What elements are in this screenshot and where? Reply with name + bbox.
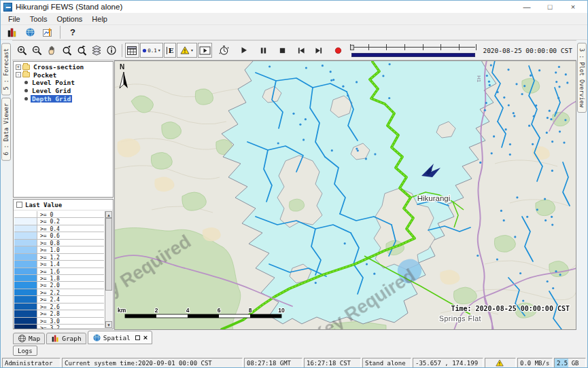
- legend-scrollbar[interactable]: ▲ ▼: [105, 211, 112, 328]
- status-local-time: 16:27:18 CST: [304, 358, 361, 368]
- menu-bar: FileToolsOptionsHelp: [1, 13, 587, 25]
- help-button[interactable]: ?: [65, 26, 80, 39]
- layers-panel: +Cross-section-PocketLevel PointLevel Gr…: [12, 60, 114, 330]
- scroll-up-icon[interactable]: ▲: [105, 211, 112, 218]
- close-tab-icon[interactable]: ×: [143, 333, 148, 342]
- menu-file[interactable]: File: [3, 14, 25, 24]
- legend-row: >= 2.2: [14, 289, 104, 296]
- menu-tools[interactable]: Tools: [25, 14, 52, 24]
- scroll-down-icon[interactable]: ▼: [105, 321, 112, 328]
- bottom-tab-bar: MapGraphSpatial×: [1, 330, 587, 344]
- skip-end-icon[interactable]: [312, 43, 326, 58]
- status-text: Administrator: [5, 360, 52, 367]
- legend-row: >= 1.6: [14, 268, 104, 275]
- tab-graph[interactable]: Graph: [46, 333, 86, 344]
- database-icon[interactable]: [5, 26, 20, 39]
- status-text: 0.0 MB/s: [520, 360, 549, 367]
- status-alerts: [485, 358, 516, 368]
- time-tick: [423, 44, 423, 50]
- play-icon[interactable]: [237, 43, 252, 58]
- time-tick: [440, 44, 441, 50]
- status-text: -35.657 , 174.199: [415, 360, 478, 367]
- current-time-display: 2020-08-25 00:00:00 CST: [481, 47, 574, 54]
- legend-row-label: >= 2.2: [37, 289, 60, 295]
- skip-start-icon[interactable]: [294, 43, 309, 58]
- map-canvas[interactable]: API Key Required API Key Required N km: [114, 60, 576, 330]
- spatial-tab-icon: [92, 333, 101, 342]
- record-icon[interactable]: [331, 43, 345, 58]
- info-icon[interactable]: [105, 43, 119, 58]
- timer-icon[interactable]: [217, 43, 231, 58]
- tree-expander-icon[interactable]: +: [16, 65, 21, 70]
- legend-swatch: [14, 318, 37, 324]
- minimize-icon[interactable]: —: [515, 1, 538, 13]
- pan-hand-icon[interactable]: [45, 43, 59, 58]
- time-slider[interactable]: [350, 42, 477, 58]
- chevron-down-icon: ▼: [190, 48, 194, 52]
- menu-help[interactable]: Help: [87, 14, 112, 24]
- close-icon[interactable]: ×: [561, 1, 585, 13]
- legend-row-label: >= 1.8: [37, 275, 60, 281]
- zoom-out-icon[interactable]: [30, 43, 44, 58]
- status-mode: Stand alone: [362, 358, 411, 368]
- status-text: Stand alone: [365, 360, 406, 367]
- legend-swatch: [14, 225, 37, 232]
- maximize-icon[interactable]: □: [538, 1, 561, 13]
- status-coordinates: -35.657 , 174.199: [413, 358, 483, 368]
- tab-data-viewer[interactable]: 6 : Data Viewer: [1, 98, 11, 161]
- toolbar-separator: [122, 44, 122, 57]
- folder-icon: [22, 65, 30, 70]
- tree-item-level-point[interactable]: Level Point: [14, 79, 113, 87]
- legend-row: >= 1.0: [14, 246, 104, 253]
- logs-button[interactable]: Logs: [13, 346, 37, 356]
- legend-swatch: [14, 232, 37, 238]
- animation-panel-icon[interactable]: [198, 43, 212, 58]
- time-tick: [476, 44, 477, 50]
- tab-map[interactable]: Map: [13, 333, 45, 344]
- scrollbar-thumb[interactable]: [105, 218, 112, 291]
- zoom-previous-icon[interactable]: [60, 43, 74, 58]
- time-slider-range: [351, 53, 475, 57]
- layers-icon[interactable]: [90, 43, 104, 58]
- warning-dropdown[interactable]: ▼: [177, 43, 197, 58]
- legend-row-label: >= 3.2: [37, 325, 60, 329]
- legend-row: >= 0.4: [14, 225, 104, 232]
- pause-icon[interactable]: [256, 43, 271, 58]
- tab-forecast[interactable]: 5 : Forecast: [1, 43, 11, 95]
- tree-item-level-grid[interactable]: Level Grid: [14, 87, 113, 95]
- timeseries-icon[interactable]: [40, 26, 55, 39]
- zoom-next-icon[interactable]: [75, 43, 89, 58]
- status-network: 0.0 MB/s: [517, 358, 553, 368]
- warning-icon: [496, 359, 504, 367]
- tree-expander-icon[interactable]: -: [16, 72, 21, 77]
- legend-row-label: >= 0.8: [37, 240, 60, 246]
- time-tick: [350, 44, 351, 50]
- legend-row: >= 0.8: [14, 240, 104, 246]
- maximize-tab-icon[interactable]: [135, 335, 140, 340]
- legend-panel: Last Value >= 0>= 0.2>= 0.4>= 0.6>= 0.8>…: [13, 199, 114, 329]
- legend-row-label: >= 2.0: [37, 282, 60, 288]
- grid-display-icon[interactable]: [125, 43, 139, 58]
- status-bar: AdministratorCurrent system time:2020-09…: [1, 357, 587, 368]
- status-system-time: Current system time:2020-09-01 00:00 CST: [62, 358, 243, 368]
- legend-row-label: >= 0.6: [37, 232, 60, 238]
- tree-item-cross-section[interactable]: +Cross-section: [14, 63, 113, 71]
- folder-icon: [22, 72, 30, 77]
- tree-item-pocket[interactable]: -Pocket: [14, 71, 113, 79]
- logs-row: Logs: [1, 344, 587, 357]
- legend-toggle-button[interactable]: E: [164, 43, 176, 58]
- stop-icon[interactable]: [275, 43, 290, 58]
- globe-icon[interactable]: [22, 26, 37, 39]
- legend-row: >= 3.2: [14, 325, 104, 329]
- threshold-dropdown[interactable]: 0.1 ▼: [140, 43, 163, 58]
- legend-row-label: >= 1.4: [37, 261, 60, 267]
- last-value-checkbox[interactable]: [16, 202, 22, 208]
- zoom-in-icon[interactable]: [15, 43, 29, 58]
- menu-options[interactable]: Options: [52, 14, 87, 24]
- tab-spatial[interactable]: Spatial×: [88, 331, 152, 344]
- tab-plot-overview[interactable]: 3 : Plot Overview: [577, 43, 587, 113]
- legend-swatch: [14, 303, 37, 310]
- legend-row: >= 0: [14, 211, 104, 218]
- time-slider-track: [351, 47, 475, 48]
- tree-item-depth-grid[interactable]: Depth Grid: [14, 94, 113, 103]
